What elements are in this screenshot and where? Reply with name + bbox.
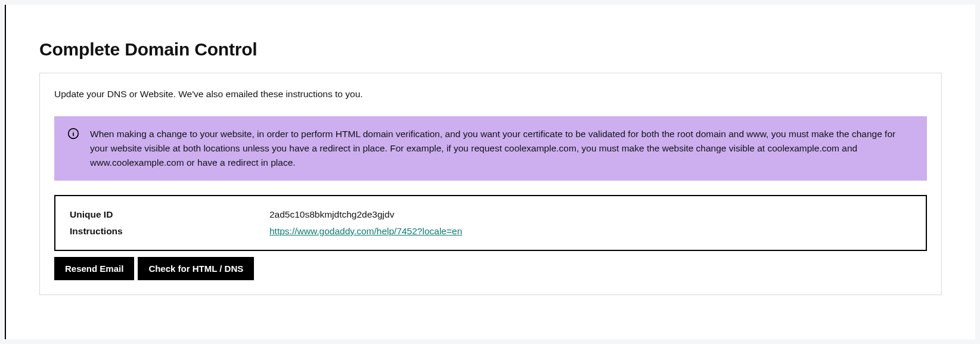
info-notice: When making a change to your website, in… bbox=[54, 116, 927, 181]
page-title: Complete Domain Control bbox=[39, 39, 942, 60]
unique-id-value: 2ad5c10s8bkmjdtchg2de3gjdv bbox=[269, 209, 394, 220]
instructions-link[interactable]: https://www.godaddy.com/help/7452?locale… bbox=[269, 226, 462, 236]
details-box: Unique ID 2ad5c10s8bkmjdtchg2de3gjdv Ins… bbox=[54, 195, 927, 251]
instructions-value: https://www.godaddy.com/help/7452?locale… bbox=[269, 226, 462, 237]
panel-subtext: Update your DNS or Website. We've also e… bbox=[54, 89, 927, 100]
instructions-row: Instructions https://www.godaddy.com/hel… bbox=[70, 226, 911, 237]
content-card: Complete Domain Control Update your DNS … bbox=[5, 5, 975, 339]
info-icon bbox=[67, 128, 79, 170]
instructions-label: Instructions bbox=[70, 226, 269, 237]
svg-point-2 bbox=[73, 131, 74, 131]
button-row: Resend Email Check for HTML / DNS bbox=[54, 257, 927, 280]
unique-id-label: Unique ID bbox=[70, 209, 269, 220]
domain-control-panel: Update your DNS or Website. We've also e… bbox=[39, 73, 942, 295]
info-notice-text: When making a change to your website, in… bbox=[90, 127, 914, 170]
resend-email-button[interactable]: Resend Email bbox=[54, 257, 134, 280]
check-html-dns-button[interactable]: Check for HTML / DNS bbox=[138, 257, 254, 280]
unique-id-row: Unique ID 2ad5c10s8bkmjdtchg2de3gjdv bbox=[70, 209, 911, 220]
